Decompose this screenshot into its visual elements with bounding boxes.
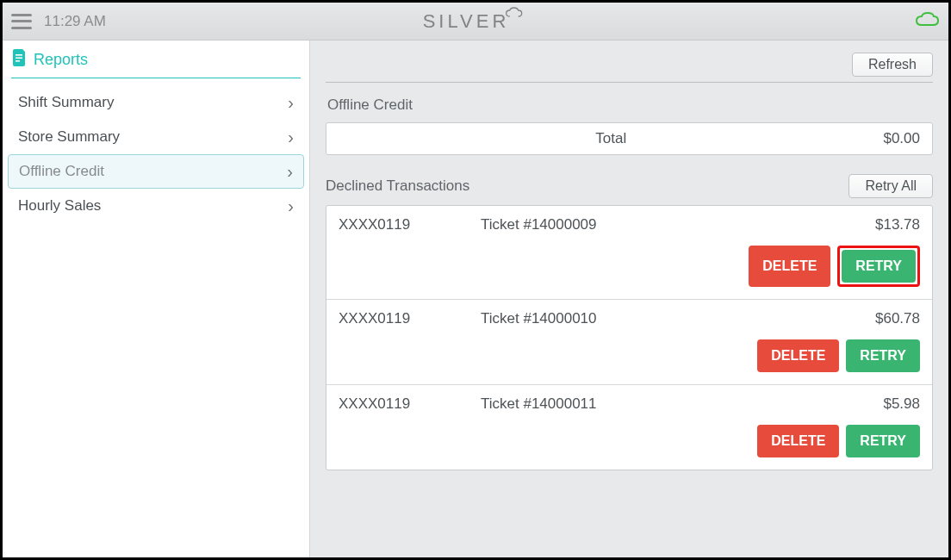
transactions-list: XXXX0119 Ticket #14000009 $13.78 DELETE … <box>326 205 933 470</box>
sidebar-item-hourly-sales[interactable]: Hourly Sales › <box>8 189 304 223</box>
sidebar-item-shift-summary[interactable]: Shift Summary › <box>8 85 304 120</box>
retry-all-button[interactable]: Retry All <box>848 174 933 198</box>
body: Reports Shift Summary › Store Summary › … <box>3 40 948 557</box>
sidebar-title-underline <box>11 78 301 78</box>
sidebar-item-label: Store Summary <box>18 128 120 146</box>
cloud-status-icon[interactable] <box>914 11 940 32</box>
transaction-card: XXXX0119 <box>339 395 481 413</box>
reports-icon <box>13 49 27 71</box>
transaction-amount: $60.78 <box>875 310 920 327</box>
delete-button[interactable]: DELETE <box>757 339 839 372</box>
transaction-ticket: Ticket #14000010 <box>481 310 875 327</box>
chevron-right-icon: › <box>288 196 294 216</box>
transaction-row: XXXX0119 Ticket #14000010 $60.78 DELETE … <box>326 300 932 385</box>
transaction-row: XXXX0119 Ticket #14000009 $13.78 DELETE … <box>326 206 932 300</box>
refresh-button[interactable]: Refresh <box>852 53 933 77</box>
sidebar-title-text: Reports <box>34 51 88 69</box>
sidebar-title: Reports <box>3 40 309 78</box>
sidebar-item-label: Hourly Sales <box>18 197 101 215</box>
chevron-right-icon: › <box>288 93 294 113</box>
retry-button[interactable]: RETRY <box>846 425 920 457</box>
transaction-row: XXXX0119 Ticket #14000011 $5.98 DELETE R… <box>326 385 932 470</box>
offline-credit-title: Offline Credit <box>327 96 931 114</box>
sidebar-item-label: Shift Summary <box>18 94 114 111</box>
header-bar: 11:29 AM SILVER <box>3 3 948 40</box>
svg-rect-2 <box>16 60 20 62</box>
retry-button[interactable]: RETRY <box>842 250 916 283</box>
main-divider <box>326 82 933 83</box>
sidebar-item-offline-credit[interactable]: Offline Credit › <box>8 154 304 189</box>
retry-button[interactable]: RETRY <box>846 339 920 372</box>
retry-highlight: RETRY <box>837 246 920 287</box>
menu-icon[interactable] <box>11 14 32 29</box>
main-panel: Refresh Offline Credit Total $0.00 Decli… <box>310 40 948 557</box>
sidebar-item-store-summary[interactable]: Store Summary › <box>8 120 304 154</box>
transaction-amount: $5.98 <box>883 395 920 413</box>
app-logo: SILVER <box>423 10 529 33</box>
svg-rect-1 <box>16 58 22 59</box>
total-value: $0.00 <box>883 130 920 147</box>
clock-time: 11:29 AM <box>44 13 106 30</box>
svg-rect-0 <box>16 54 22 56</box>
declined-title: Declined Transactions <box>326 177 469 195</box>
chevron-right-icon: › <box>287 162 293 182</box>
transaction-amount: $13.78 <box>875 216 920 233</box>
transaction-ticket: Ticket #14000011 <box>481 395 883 413</box>
delete-button[interactable]: DELETE <box>757 425 839 457</box>
sidebar: Reports Shift Summary › Store Summary › … <box>3 40 310 557</box>
transaction-card: XXXX0119 <box>339 310 481 327</box>
total-label: Total <box>595 130 626 146</box>
logo-cloud-icon <box>504 7 523 22</box>
offline-credit-total-row: Total $0.00 <box>326 122 933 155</box>
logo-text: SILVER <box>423 10 510 33</box>
app-frame: 11:29 AM SILVER Reports Shift Sum <box>0 0 951 560</box>
chevron-right-icon: › <box>288 128 294 147</box>
delete-button[interactable]: DELETE <box>749 246 830 287</box>
sidebar-item-label: Offline Credit <box>19 163 104 180</box>
declined-header: Declined Transactions Retry All <box>326 174 933 198</box>
transaction-card: XXXX0119 <box>339 216 481 233</box>
transaction-ticket: Ticket #14000009 <box>481 216 875 233</box>
